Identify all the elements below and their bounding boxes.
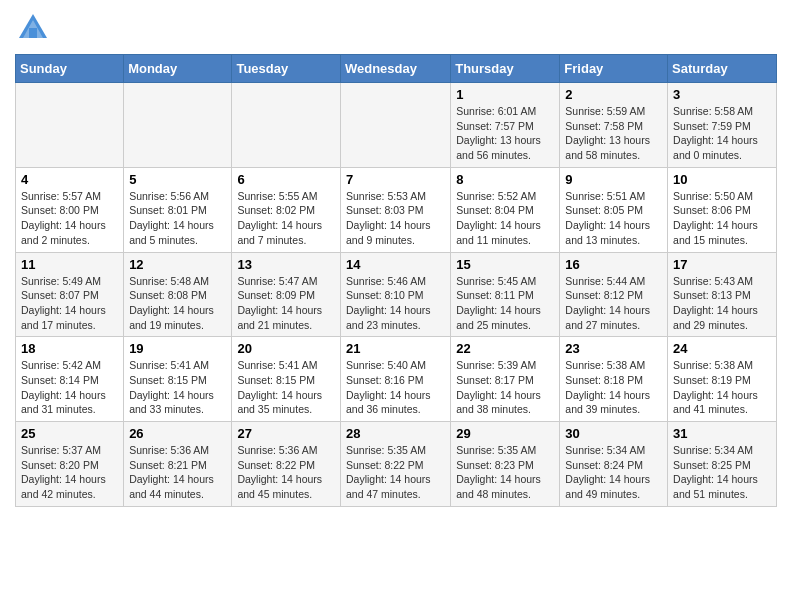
day-cell: 28Sunrise: 5:35 AM Sunset: 8:22 PM Dayli… <box>340 422 450 507</box>
day-info: Sunrise: 5:36 AM Sunset: 8:22 PM Dayligh… <box>237 443 335 502</box>
day-cell: 26Sunrise: 5:36 AM Sunset: 8:21 PM Dayli… <box>124 422 232 507</box>
day-cell: 3Sunrise: 5:58 AM Sunset: 7:59 PM Daylig… <box>668 83 777 168</box>
week-row-0: 1Sunrise: 6:01 AM Sunset: 7:57 PM Daylig… <box>16 83 777 168</box>
day-cell: 8Sunrise: 5:52 AM Sunset: 8:04 PM Daylig… <box>451 167 560 252</box>
day-cell: 22Sunrise: 5:39 AM Sunset: 8:17 PM Dayli… <box>451 337 560 422</box>
day-number: 28 <box>346 426 445 441</box>
day-number: 19 <box>129 341 226 356</box>
header-cell-monday: Monday <box>124 55 232 83</box>
day-number: 1 <box>456 87 554 102</box>
day-number: 6 <box>237 172 335 187</box>
day-cell: 21Sunrise: 5:40 AM Sunset: 8:16 PM Dayli… <box>340 337 450 422</box>
logo <box>15 10 55 46</box>
day-cell <box>16 83 124 168</box>
day-cell: 4Sunrise: 5:57 AM Sunset: 8:00 PM Daylig… <box>16 167 124 252</box>
day-cell: 30Sunrise: 5:34 AM Sunset: 8:24 PM Dayli… <box>560 422 668 507</box>
day-info: Sunrise: 5:53 AM Sunset: 8:03 PM Dayligh… <box>346 189 445 248</box>
day-cell <box>232 83 341 168</box>
day-cell: 2Sunrise: 5:59 AM Sunset: 7:58 PM Daylig… <box>560 83 668 168</box>
day-info: Sunrise: 5:42 AM Sunset: 8:14 PM Dayligh… <box>21 358 118 417</box>
day-info: Sunrise: 5:44 AM Sunset: 8:12 PM Dayligh… <box>565 274 662 333</box>
day-number: 25 <box>21 426 118 441</box>
week-row-2: 11Sunrise: 5:49 AM Sunset: 8:07 PM Dayli… <box>16 252 777 337</box>
day-number: 29 <box>456 426 554 441</box>
header-cell-saturday: Saturday <box>668 55 777 83</box>
day-cell: 27Sunrise: 5:36 AM Sunset: 8:22 PM Dayli… <box>232 422 341 507</box>
day-cell: 13Sunrise: 5:47 AM Sunset: 8:09 PM Dayli… <box>232 252 341 337</box>
day-number: 7 <box>346 172 445 187</box>
day-cell: 1Sunrise: 6:01 AM Sunset: 7:57 PM Daylig… <box>451 83 560 168</box>
week-row-1: 4Sunrise: 5:57 AM Sunset: 8:00 PM Daylig… <box>16 167 777 252</box>
day-info: Sunrise: 5:55 AM Sunset: 8:02 PM Dayligh… <box>237 189 335 248</box>
day-info: Sunrise: 5:45 AM Sunset: 8:11 PM Dayligh… <box>456 274 554 333</box>
day-cell: 11Sunrise: 5:49 AM Sunset: 8:07 PM Dayli… <box>16 252 124 337</box>
day-info: Sunrise: 5:34 AM Sunset: 8:25 PM Dayligh… <box>673 443 771 502</box>
header-cell-tuesday: Tuesday <box>232 55 341 83</box>
day-number: 20 <box>237 341 335 356</box>
day-cell: 31Sunrise: 5:34 AM Sunset: 8:25 PM Dayli… <box>668 422 777 507</box>
day-cell: 5Sunrise: 5:56 AM Sunset: 8:01 PM Daylig… <box>124 167 232 252</box>
day-info: Sunrise: 5:50 AM Sunset: 8:06 PM Dayligh… <box>673 189 771 248</box>
day-info: Sunrise: 5:52 AM Sunset: 8:04 PM Dayligh… <box>456 189 554 248</box>
day-cell: 25Sunrise: 5:37 AM Sunset: 8:20 PM Dayli… <box>16 422 124 507</box>
day-number: 31 <box>673 426 771 441</box>
day-info: Sunrise: 5:41 AM Sunset: 8:15 PM Dayligh… <box>129 358 226 417</box>
day-cell: 18Sunrise: 5:42 AM Sunset: 8:14 PM Dayli… <box>16 337 124 422</box>
day-cell: 24Sunrise: 5:38 AM Sunset: 8:19 PM Dayli… <box>668 337 777 422</box>
header-row: SundayMondayTuesdayWednesdayThursdayFrid… <box>16 55 777 83</box>
day-cell: 6Sunrise: 5:55 AM Sunset: 8:02 PM Daylig… <box>232 167 341 252</box>
day-cell: 29Sunrise: 5:35 AM Sunset: 8:23 PM Dayli… <box>451 422 560 507</box>
svg-rect-2 <box>29 28 37 38</box>
day-number: 17 <box>673 257 771 272</box>
day-info: Sunrise: 5:34 AM Sunset: 8:24 PM Dayligh… <box>565 443 662 502</box>
day-info: Sunrise: 5:36 AM Sunset: 8:21 PM Dayligh… <box>129 443 226 502</box>
day-number: 13 <box>237 257 335 272</box>
header-cell-thursday: Thursday <box>451 55 560 83</box>
day-info: Sunrise: 5:35 AM Sunset: 8:22 PM Dayligh… <box>346 443 445 502</box>
day-info: Sunrise: 5:39 AM Sunset: 8:17 PM Dayligh… <box>456 358 554 417</box>
day-cell <box>340 83 450 168</box>
day-info: Sunrise: 5:46 AM Sunset: 8:10 PM Dayligh… <box>346 274 445 333</box>
day-number: 24 <box>673 341 771 356</box>
day-cell: 16Sunrise: 5:44 AM Sunset: 8:12 PM Dayli… <box>560 252 668 337</box>
day-number: 23 <box>565 341 662 356</box>
day-info: Sunrise: 5:43 AM Sunset: 8:13 PM Dayligh… <box>673 274 771 333</box>
day-number: 2 <box>565 87 662 102</box>
day-info: Sunrise: 5:41 AM Sunset: 8:15 PM Dayligh… <box>237 358 335 417</box>
day-number: 5 <box>129 172 226 187</box>
header-cell-sunday: Sunday <box>16 55 124 83</box>
day-number: 21 <box>346 341 445 356</box>
day-info: Sunrise: 5:59 AM Sunset: 7:58 PM Dayligh… <box>565 104 662 163</box>
day-number: 18 <box>21 341 118 356</box>
day-cell: 14Sunrise: 5:46 AM Sunset: 8:10 PM Dayli… <box>340 252 450 337</box>
week-row-4: 25Sunrise: 5:37 AM Sunset: 8:20 PM Dayli… <box>16 422 777 507</box>
calendar-table: SundayMondayTuesdayWednesdayThursdayFrid… <box>15 54 777 507</box>
day-info: Sunrise: 5:51 AM Sunset: 8:05 PM Dayligh… <box>565 189 662 248</box>
day-info: Sunrise: 5:35 AM Sunset: 8:23 PM Dayligh… <box>456 443 554 502</box>
day-cell: 10Sunrise: 5:50 AM Sunset: 8:06 PM Dayli… <box>668 167 777 252</box>
day-cell: 15Sunrise: 5:45 AM Sunset: 8:11 PM Dayli… <box>451 252 560 337</box>
day-info: Sunrise: 5:38 AM Sunset: 8:19 PM Dayligh… <box>673 358 771 417</box>
day-number: 30 <box>565 426 662 441</box>
day-number: 26 <box>129 426 226 441</box>
day-number: 16 <box>565 257 662 272</box>
day-info: Sunrise: 5:37 AM Sunset: 8:20 PM Dayligh… <box>21 443 118 502</box>
day-number: 27 <box>237 426 335 441</box>
day-cell <box>124 83 232 168</box>
day-number: 3 <box>673 87 771 102</box>
day-info: Sunrise: 5:56 AM Sunset: 8:01 PM Dayligh… <box>129 189 226 248</box>
day-cell: 7Sunrise: 5:53 AM Sunset: 8:03 PM Daylig… <box>340 167 450 252</box>
day-info: Sunrise: 5:49 AM Sunset: 8:07 PM Dayligh… <box>21 274 118 333</box>
day-number: 15 <box>456 257 554 272</box>
header-cell-wednesday: Wednesday <box>340 55 450 83</box>
day-number: 4 <box>21 172 118 187</box>
day-number: 8 <box>456 172 554 187</box>
day-info: Sunrise: 5:57 AM Sunset: 8:00 PM Dayligh… <box>21 189 118 248</box>
day-info: Sunrise: 5:58 AM Sunset: 7:59 PM Dayligh… <box>673 104 771 163</box>
day-number: 11 <box>21 257 118 272</box>
logo-icon <box>15 10 51 46</box>
day-cell: 17Sunrise: 5:43 AM Sunset: 8:13 PM Dayli… <box>668 252 777 337</box>
day-number: 9 <box>565 172 662 187</box>
day-info: Sunrise: 6:01 AM Sunset: 7:57 PM Dayligh… <box>456 104 554 163</box>
calendar-body: 1Sunrise: 6:01 AM Sunset: 7:57 PM Daylig… <box>16 83 777 507</box>
